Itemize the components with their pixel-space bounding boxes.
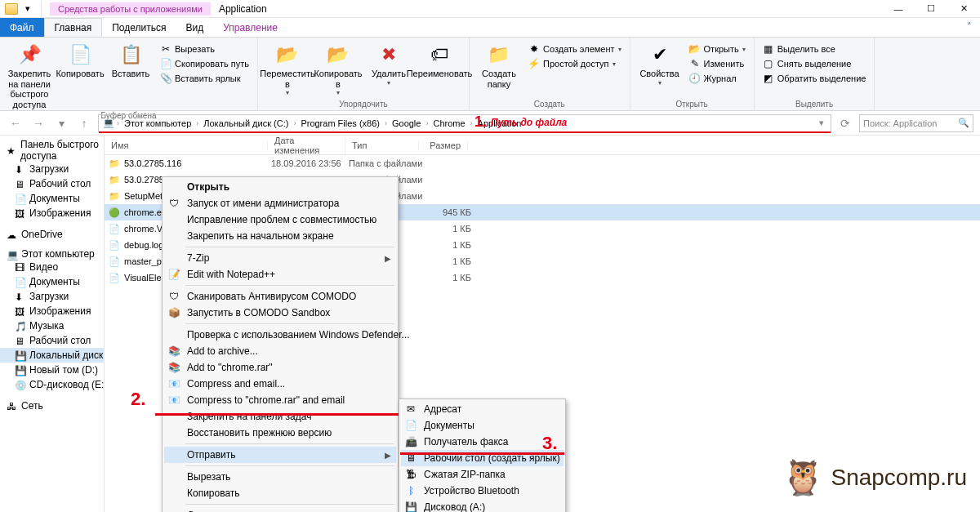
sidebar-item-docs[interactable]: 📄Документы	[0, 274, 104, 289]
sidebar-item-e[interactable]: 💿CD-дисковод (E:)	[0, 377, 104, 392]
ctx-restore[interactable]: Восстановить прежнюю версию	[164, 425, 396, 441]
group-select-label: Выделить	[795, 99, 833, 109]
new-folder-button[interactable]: 📁Создать папку	[476, 39, 522, 89]
ctx-add-chrome-rar[interactable]: 📚Add to "chrome.rar"	[164, 359, 396, 376]
addr-dropdown-icon[interactable]: ▾	[816, 118, 827, 128]
sidebar-item-pics[interactable]: 🖼Изображения	[0, 304, 104, 318]
tab-manage[interactable]: Управление	[213, 18, 287, 37]
sidebar-item-downloads[interactable]: ⬇Загрузки	[0, 162, 104, 176]
crumb-2[interactable]: Program Files (x86)	[297, 118, 383, 128]
sidebar-item-desktop[interactable]: 🖥Рабочий стол	[0, 176, 104, 191]
nav-back-button[interactable]: ←	[7, 114, 24, 132]
ctx-pin-start[interactable]: Закрепить на начальном экране	[164, 228, 396, 244]
nav-recent-button[interactable]: ▾	[52, 114, 70, 132]
delete-button[interactable]: ✖Удалить	[366, 39, 412, 87]
ctx-copy[interactable]: Копировать	[164, 485, 396, 501]
mail-icon: 📧	[167, 394, 180, 407]
maximize-button[interactable]: ☐	[915, 0, 947, 18]
ctx-pin-taskbar[interactable]: Закрепить на панели задач	[164, 408, 396, 425]
ctx-notepadpp[interactable]: 📝Edit with Notepad++	[164, 266, 396, 283]
search-input[interactable]: Поиск: Application 🔍	[859, 114, 973, 132]
sendto-zip[interactable]: 🗜Сжатая ZIP-папка	[401, 466, 564, 483]
ctx-run-admin[interactable]: 🛡Запуск от имени администратора	[164, 195, 396, 211]
crumb-0[interactable]: Этот компьютер	[121, 118, 194, 128]
col-name[interactable]: Имя	[105, 140, 268, 150]
tab-home[interactable]: Главная	[44, 18, 103, 37]
copy-path-button[interactable]: 📄Скопировать путь	[158, 57, 251, 70]
easy-access-button[interactable]: ⚡Простой доступ	[527, 57, 623, 70]
paste-button[interactable]: 📋Вставить	[108, 39, 154, 79]
ctx-cut[interactable]: Вырезать	[164, 469, 396, 485]
sidebar-item-d[interactable]: 💾Новый том (D:)	[0, 363, 104, 377]
tab-file[interactable]: Файл	[0, 18, 44, 37]
qat-down-icon[interactable]: ▾	[21, 2, 34, 16]
sendto-bluetooth[interactable]: ᛒУстройство Bluetooth	[401, 483, 564, 499]
sendto-drive-a[interactable]: 💾Дисковод (A:)	[401, 499, 564, 512]
sandbox-icon: 📦	[167, 306, 180, 319]
ctx-comodo-scan[interactable]: 🛡Сканировать Антивирусом COMODO	[164, 288, 396, 305]
close-button[interactable]: ✕	[947, 0, 980, 18]
sidebar-onedrive[interactable]: ☁OneDrive	[0, 229, 104, 240]
ctx-send[interactable]: Отправить▶	[164, 447, 396, 463]
col-size[interactable]: Размер	[419, 140, 468, 150]
sidebar-item-c[interactable]: 💾Локальный диск (C:)	[0, 348, 104, 363]
nav-forward-button[interactable]: →	[29, 114, 47, 132]
nav-up-button[interactable]: ↑	[75, 114, 93, 132]
sidebar-item-video[interactable]: 🎞Видео	[0, 260, 104, 274]
move-to-button[interactable]: 📂Переместить в	[265, 39, 310, 96]
sendto-addressee[interactable]: ✉Адресат	[401, 401, 564, 417]
open-button[interactable]: 📂Открыть	[688, 42, 747, 56]
ribbon-collapse-icon[interactable]: ˄	[959, 18, 980, 37]
select-all-button[interactable]: ▦Выделить все	[761, 42, 868, 56]
rename-button[interactable]: 🏷Переименовать	[416, 39, 462, 79]
sendto-fax[interactable]: 📠Получатель факса	[401, 434, 564, 450]
col-type[interactable]: Тип	[345, 140, 419, 150]
address-bar[interactable]: 💻 › Этот компьютер› Локальный диск (C:)›…	[98, 114, 831, 132]
sidebar-item-pictures[interactable]: 🖼Изображения	[0, 206, 104, 220]
ctx-comodo-sandbox[interactable]: 📦Запустить в COMODO Sandbox	[164, 305, 396, 321]
copy-icon: 📄	[68, 42, 92, 67]
select-none-button[interactable]: ▢Снять выделение	[761, 57, 868, 70]
column-headers[interactable]: Имя Дата изменения Тип Размер	[105, 136, 980, 155]
properties-button[interactable]: ✔Свойства	[637, 39, 683, 87]
sidebar-this-pc[interactable]: 💻Этот компьютер	[0, 248, 104, 260]
tab-view[interactable]: Вид	[176, 18, 213, 37]
file-row[interactable]: 📁 53.0.2785.116 18.09.2016 23:56 Папка с…	[105, 155, 980, 171]
new-item-button[interactable]: ✸Создать элемент	[527, 42, 623, 56]
annotation-1: 1.	[474, 114, 487, 131]
history-button[interactable]: 🕘Журнал	[688, 72, 747, 85]
ctx-7zip[interactable]: 7-Zip▶	[164, 250, 396, 266]
cut-button[interactable]: ✂Вырезать	[158, 42, 251, 56]
select-invert-button[interactable]: ◩Обратить выделение	[761, 72, 868, 85]
sidebar-item-dl[interactable]: ⬇Загрузки	[0, 289, 104, 304]
sidebar-item-music[interactable]: 🎵Музыка	[0, 318, 104, 333]
file-icon: 📄	[108, 255, 121, 268]
ctx-open[interactable]: Открыть	[164, 179, 396, 195]
edit-button[interactable]: ✎Изменить	[688, 57, 747, 70]
sendto-documents[interactable]: 📄Документы	[401, 417, 564, 434]
refresh-button[interactable]: ⟳	[836, 114, 854, 132]
col-date[interactable]: Дата изменения	[268, 136, 345, 155]
sidebar-item-documents[interactable]: 📄Документы	[0, 191, 104, 206]
sidebar-item-desk[interactable]: 🖥Рабочий стол	[0, 333, 104, 348]
minimize-button[interactable]: —	[882, 0, 915, 18]
crumb-3[interactable]: Google	[389, 118, 424, 128]
copy-to-button[interactable]: 📂Копировать в	[315, 39, 361, 96]
sidebar-network[interactable]: 🖧Сеть	[0, 400, 104, 412]
star-icon: ★	[7, 145, 16, 155]
tab-share[interactable]: Поделиться	[102, 18, 176, 37]
sidebar-quick-access[interactable]: ★Панель быстрого доступа	[0, 139, 104, 162]
crumb-1[interactable]: Локальный диск (C:)	[200, 118, 292, 128]
ctx-create-shortcut[interactable]: Создать ярлык	[164, 507, 396, 512]
ctx-compress-email[interactable]: 📧Compress and email...	[164, 376, 396, 392]
ctx-defender[interactable]: Проверка с использованием Windows Defend…	[164, 327, 396, 343]
ctx-compress-chrome-email[interactable]: 📧Compress to "chrome.rar" and email	[164, 392, 396, 408]
pin-quick-access-button[interactable]: 📌Закрепить на панели быстрого доступа	[7, 39, 52, 110]
ctx-compat[interactable]: Исправление проблем с совместимостью	[164, 211, 396, 228]
paste-shortcut-button[interactable]: 📎Вставить ярлык	[158, 72, 251, 85]
copy-button[interactable]: 📄Копировать	[57, 39, 103, 79]
crumb-4[interactable]: Chrome	[430, 118, 468, 128]
ctx-add-archive[interactable]: 📚Add to archive...	[164, 343, 396, 359]
group-open-label: Открыть	[676, 99, 708, 109]
download-icon: ⬇	[15, 164, 24, 174]
